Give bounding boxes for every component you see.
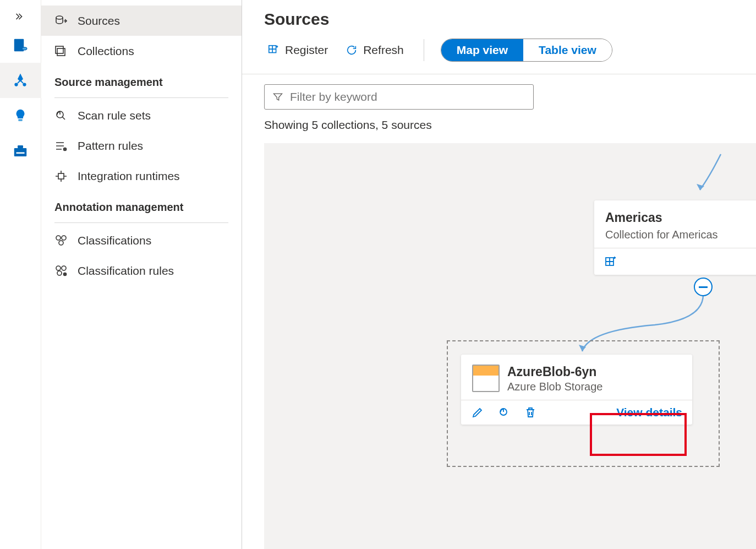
sidebar-item-collections[interactable]: Collections <box>41 36 242 66</box>
sidebar-label: Sources <box>78 14 120 28</box>
refresh-icon <box>346 44 358 56</box>
register-button[interactable]: Register <box>264 41 331 59</box>
svg-point-17 <box>59 241 63 245</box>
svg-rect-11 <box>56 46 63 53</box>
highlight-box <box>590 413 687 456</box>
sidebar-item-scan-rule-sets[interactable]: Scan rule sets <box>41 100 242 131</box>
map-view-button[interactable]: Map view <box>441 39 523 61</box>
svg-rect-7 <box>18 145 23 148</box>
svg-rect-14 <box>58 173 64 179</box>
blob-storage-icon <box>472 365 500 392</box>
refresh-button[interactable]: Refresh <box>342 41 407 59</box>
filter-input[interactable] <box>290 90 525 104</box>
sidebar-label: Pattern rules <box>78 139 143 153</box>
classification-icon <box>54 234 68 247</box>
table-view-button[interactable]: Table view <box>523 39 612 61</box>
svg-point-3 <box>14 83 18 86</box>
svg-point-4 <box>23 83 26 86</box>
source-type: Azure Blob Storage <box>507 381 602 393</box>
rail-item-management[interactable] <box>0 133 41 168</box>
sidebar-label: Collections <box>78 45 134 58</box>
page-title: Sources <box>264 10 734 29</box>
rail-item-insights[interactable] <box>0 98 41 133</box>
sidebar-item-classifications[interactable]: Classifications <box>41 225 242 256</box>
map-canvas[interactable]: Americas Collection for Americas AzureBl… <box>264 143 756 549</box>
svg-marker-23 <box>697 184 704 190</box>
grid-plus-icon <box>267 44 280 56</box>
svg-rect-8 <box>17 153 25 154</box>
grid-plus-icon[interactable] <box>604 255 617 268</box>
collection-card[interactable]: Americas Collection for Americas <box>594 200 756 275</box>
page-header: Sources Register Refresh Map view Table … <box>242 0 756 74</box>
scan-icon <box>54 109 68 122</box>
svg-rect-5 <box>18 119 23 121</box>
collections-icon <box>54 45 68 58</box>
edit-icon[interactable] <box>471 406 484 419</box>
sidebar-item-pattern-rules[interactable]: Pattern rules <box>41 131 242 161</box>
view-toggle: Map view Table view <box>441 39 612 62</box>
source-name: AzureBlob-6yn <box>507 365 602 379</box>
sidebar-item-classification-rules[interactable]: Classification rules <box>41 256 242 286</box>
runtime-icon <box>54 170 68 183</box>
svg-point-9 <box>56 16 63 19</box>
pattern-icon <box>54 139 68 153</box>
toolbar: Register Refresh Map view Table view <box>264 39 734 68</box>
sidebar-label: Integration runtimes <box>78 170 180 183</box>
expand-rail-button[interactable] <box>15 6 26 28</box>
icon-rail <box>0 0 41 549</box>
svg-rect-10 <box>57 48 65 56</box>
sidebar-label: Classification rules <box>78 264 174 278</box>
filter-input-wrapper[interactable] <box>264 84 534 110</box>
divider <box>54 97 228 98</box>
collapse-toggle[interactable] <box>694 278 713 296</box>
register-label: Register <box>285 44 328 57</box>
refresh-label: Refresh <box>363 44 404 57</box>
collection-desc: Collection for Americas <box>605 229 718 241</box>
result-count: Showing 5 collections, 5 sources <box>242 116 756 139</box>
svg-point-18 <box>56 266 61 270</box>
sidebar-section-title: Annotation management <box>41 191 242 219</box>
svg-point-16 <box>62 236 66 240</box>
divider <box>54 222 228 223</box>
sidebar-item-sources[interactable]: Sources <box>41 6 242 36</box>
separator <box>424 39 424 61</box>
sidebar: Sources Collections Source management Sc… <box>41 0 242 549</box>
classification-rules-icon <box>54 264 68 278</box>
svg-point-15 <box>56 236 61 240</box>
delete-icon[interactable] <box>524 406 537 419</box>
sidebar-section-title: Source management <box>41 66 242 94</box>
sidebar-item-integration-runtimes[interactable]: Integration runtimes <box>41 161 242 191</box>
sidebar-label: Classifications <box>78 234 151 247</box>
rail-item-data-map[interactable] <box>0 63 41 98</box>
rail-item-data-catalog[interactable] <box>0 28 41 63</box>
svg-point-19 <box>62 266 66 270</box>
scan-icon[interactable] <box>497 406 511 419</box>
filter-icon <box>272 91 283 102</box>
collection-name: Americas <box>605 210 662 225</box>
main-content: Sources Register Refresh Map view Table … <box>242 0 756 549</box>
sources-icon <box>54 14 68 28</box>
svg-point-20 <box>57 271 62 275</box>
sidebar-label: Scan rule sets <box>78 109 151 122</box>
